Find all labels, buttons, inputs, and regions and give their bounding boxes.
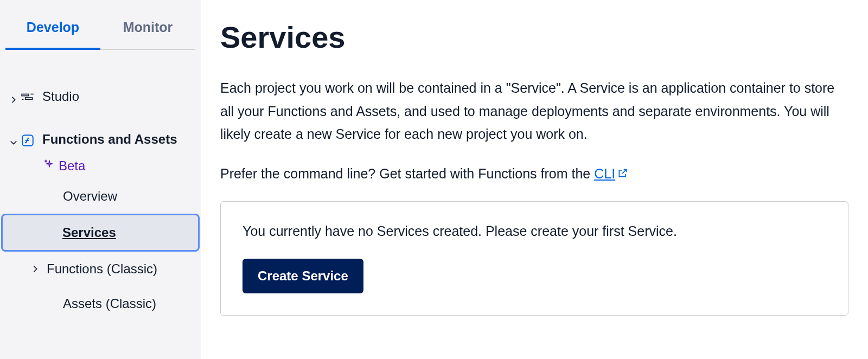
external-link-icon: [617, 162, 628, 185]
empty-state-card: You currently have no Services created. …: [220, 201, 848, 316]
sparkle-icon: [43, 158, 55, 174]
page-description: Each project you work on will be contain…: [220, 76, 848, 146]
studio-icon: [21, 91, 37, 108]
sidebar-item-label: Assets (Classic): [63, 296, 156, 311]
sidebar-item-label: Overview: [63, 189, 117, 204]
create-service-button[interactable]: Create Service: [242, 259, 363, 293]
sidebar-item-overview[interactable]: Overview: [0, 179, 201, 214]
main-content: Services Each project you work on will b…: [201, 0, 868, 359]
sidebar-item-label: Studio: [42, 89, 79, 104]
sidebar-nav: Studio Functions and Assets: [0, 82, 201, 321]
sidebar-item-functions-assets[interactable]: Functions and Assets: [0, 125, 201, 157]
svg-rect-1: [25, 98, 33, 99]
svg-rect-0: [22, 94, 29, 96]
page-title: Services: [220, 20, 848, 55]
chevron-right-icon: [10, 92, 21, 107]
cli-link-text: CLI: [594, 162, 615, 185]
sidebar-item-label: Functions and Assets: [42, 132, 177, 147]
sidebar-item-studio[interactable]: Studio: [0, 82, 201, 114]
tab-develop[interactable]: Develop: [5, 9, 100, 49]
cli-link[interactable]: CLI: [594, 162, 628, 185]
tab-monitor[interactable]: Monitor: [100, 9, 195, 49]
sidebar-item-functions-classic[interactable]: Functions (Classic): [0, 252, 201, 286]
beta-badge: Beta: [0, 157, 201, 179]
empty-state-text: You currently have no Services created. …: [242, 223, 826, 239]
sidebar-tabs: Develop Monitor: [5, 9, 195, 50]
svg-line-6: [622, 169, 627, 174]
sidebar-item-assets-classic[interactable]: Assets (Classic): [0, 286, 201, 321]
sidebar-item-label: Functions (Classic): [43, 261, 157, 277]
functions-icon: [21, 133, 37, 151]
chevron-right-icon: [27, 265, 43, 273]
sidebar: Develop Monitor Studio: [0, 0, 201, 359]
cli-prompt: Prefer the command line? Get started wit…: [220, 162, 848, 185]
beta-label: Beta: [59, 158, 85, 174]
sidebar-item-label: Services: [43, 225, 116, 240]
sidebar-item-services[interactable]: Services: [1, 214, 200, 252]
cli-prefix-text: Prefer the command line? Get started wit…: [220, 166, 594, 181]
chevron-down-icon: [10, 134, 21, 150]
